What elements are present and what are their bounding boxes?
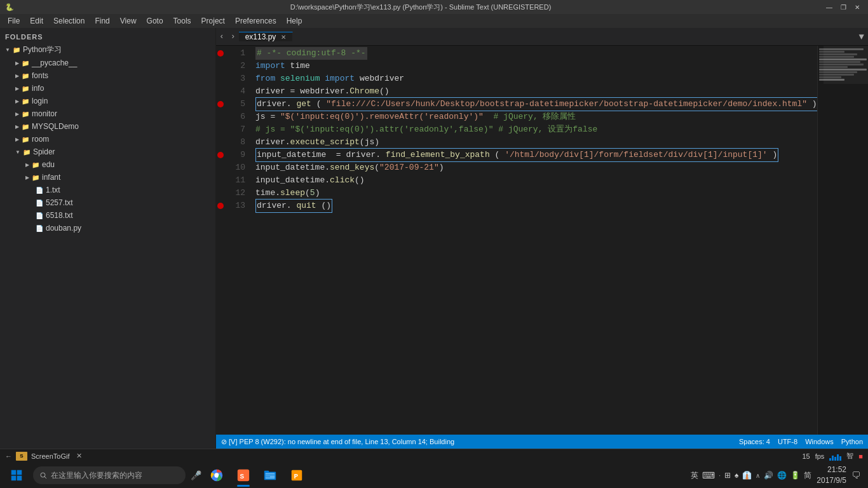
tray-icon-stop[interactable]: ■ xyxy=(858,452,863,460)
screentogif-back-icon[interactable]: ← xyxy=(5,452,12,460)
breakpoint-7[interactable] xyxy=(216,123,225,136)
tray-network-icon[interactable]: 🌐 xyxy=(777,471,787,480)
sidebar-item-doubanpy[interactable]: 📄 douban.py xyxy=(0,222,215,234)
taskbar-explorer[interactable] xyxy=(257,463,283,488)
sidebar-item-spider[interactable]: ▼ 📁 Spider xyxy=(0,146,215,158)
tab-close-icon[interactable]: ✕ xyxy=(281,34,286,41)
language-indicator[interactable]: Python xyxy=(841,438,863,445)
taskbar-chrome[interactable] xyxy=(204,463,229,488)
folder-icon: 📁 xyxy=(20,96,31,106)
clock[interactable]: 21:52 2017/9/5 xyxy=(817,464,846,486)
screentogif-close-icon[interactable]: ✕ xyxy=(76,452,82,460)
tray-battery-icon[interactable]: 🔋 xyxy=(790,471,800,480)
tray-icon-zh[interactable]: 智 xyxy=(846,451,853,461)
code-line-2[interactable]: import time xyxy=(255,60,817,72)
tray-spade-icon[interactable]: ♠ xyxy=(735,471,738,480)
sidebar-item-room[interactable]: ▶ 📁 room xyxy=(0,133,215,146)
tray-volume-icon[interactable]: 🔊 xyxy=(764,471,773,480)
nav-left-button[interactable]: ‹ xyxy=(216,32,227,41)
tab-panel-toggle[interactable]: ▼ xyxy=(855,32,868,42)
sidebar-item-1txt[interactable]: 📄 1.txt xyxy=(0,184,215,196)
arrow-icon: ▶ xyxy=(25,175,29,180)
code-text: js xyxy=(255,111,266,123)
tray-grid-icon[interactable]: ⊞ xyxy=(724,471,731,480)
notification-icon[interactable]: 🗨 xyxy=(851,470,860,480)
maximize-button[interactable]: ❐ xyxy=(837,2,849,12)
code-line-5[interactable]: driver. get ( "file:///C:/Users/hunk/Des… xyxy=(255,98,817,111)
spaces-indicator[interactable]: Spaces: 4 xyxy=(739,438,770,445)
mic-icon[interactable]: 🎤 xyxy=(191,470,201,481)
menu-help[interactable]: Help xyxy=(281,14,308,28)
minimize-button[interactable]: — xyxy=(824,2,835,12)
breakpoint-10[interactable] xyxy=(216,161,225,174)
chrome-icon xyxy=(210,468,224,482)
nav-right-button[interactable]: › xyxy=(227,32,239,41)
breakpoint-4[interactable] xyxy=(216,85,225,98)
line-num-6: 6 xyxy=(227,111,245,123)
menu-edit[interactable]: Edit xyxy=(25,14,48,28)
menu-find[interactable]: Find xyxy=(90,14,114,28)
sidebar-item-6518txt[interactable]: 📄 6518.txt xyxy=(0,209,215,222)
sidebar-item-infant[interactable]: ▶ 📁 infant xyxy=(0,171,215,184)
breakpoint-3[interactable] xyxy=(216,72,225,85)
close-button[interactable]: ✕ xyxy=(851,2,863,12)
breakpoint-9[interactable] xyxy=(216,149,225,161)
sidebar-item-5257txt[interactable]: 📄 5257.txt xyxy=(0,196,215,209)
menu-preferences[interactable]: Preferences xyxy=(230,14,281,28)
start-button[interactable] xyxy=(3,463,31,488)
sidebar-item-login[interactable]: ▶ 📁 login xyxy=(0,95,215,107)
code-line-6[interactable]: js = "$('input:eq(0)').removeAttr('reado… xyxy=(255,111,817,123)
menu-goto[interactable]: Goto xyxy=(142,14,168,28)
code-text: () xyxy=(379,85,390,98)
breakpoint-12[interactable] xyxy=(216,187,225,200)
tray-shirt-icon[interactable]: 👔 xyxy=(742,471,752,480)
code-line-13[interactable]: driver. quit () xyxy=(255,200,817,212)
breakpoint-2[interactable] xyxy=(216,60,225,72)
menu-tools[interactable]: Tools xyxy=(168,14,196,28)
code-text: ( xyxy=(305,187,310,200)
code-line-10[interactable]: input_datetime. send_keys ( "2017-09-21"… xyxy=(255,161,817,174)
tray-ime-cn[interactable]: 简 xyxy=(804,470,811,481)
sidebar-item-monitor[interactable]: ▶ 📁 monitor xyxy=(0,107,215,120)
code-editor[interactable]: 1 2 3 4 5 6 7 8 9 10 11 12 13 xyxy=(216,46,868,435)
tray-input-icon[interactable]: ⌨ xyxy=(702,470,715,480)
breakpoint-6[interactable] xyxy=(216,111,225,123)
menu-selection[interactable]: Selection xyxy=(48,14,90,28)
code-line-4[interactable]: driver = webdriver. Chrome () xyxy=(255,85,817,98)
code-text: from xyxy=(255,72,275,85)
code-text: click xyxy=(330,174,355,187)
menu-file[interactable]: File xyxy=(3,14,25,28)
windows-logo-icon xyxy=(11,470,22,481)
breakpoint-5[interactable] xyxy=(216,98,225,111)
sidebar-item-python-root[interactable]: ▼ 📁 Python学习 xyxy=(0,43,215,57)
breakpoint-8[interactable] xyxy=(216,136,225,149)
code-line-9[interactable]: input_datetime = driver. find_element_by… xyxy=(255,149,817,161)
taskbar-sublime[interactable]: S xyxy=(231,463,256,488)
taskbar-app4[interactable]: P xyxy=(284,463,309,488)
code-text: # js = "$('input:eq(0)').attr('readonly'… xyxy=(255,123,597,136)
code-line-11[interactable]: input_datetime. click () xyxy=(255,174,817,187)
menu-project[interactable]: Project xyxy=(196,14,230,28)
breakpoint-1[interactable] xyxy=(216,47,225,60)
code-line-3[interactable]: from selenium import webdriver xyxy=(255,72,817,85)
tray-expand-icon[interactable]: ∧ xyxy=(756,472,760,479)
sidebar-item-mysqldemo[interactable]: ▶ 📁 MYSQLDemo xyxy=(0,120,215,133)
code-line-8[interactable]: driver. execute_script (js) xyxy=(255,136,817,149)
sidebar-item-info[interactable]: ▶ 📁 info xyxy=(0,82,215,95)
sidebar-item-pycache[interactable]: ▶ 📁 __pycache__ xyxy=(0,57,215,69)
tab-ex113[interactable]: ex113.py ✕ xyxy=(239,32,294,41)
code-line-1[interactable]: # -*- coding:utf-8 -*- xyxy=(255,47,817,60)
code-line-7[interactable]: # js = "$('input:eq(0)').attr('readonly'… xyxy=(255,123,817,136)
taskbar-search[interactable]: 在这里输入你要搜索的内容 xyxy=(33,466,186,484)
breakpoint-13[interactable] xyxy=(216,200,225,212)
code-text: input_datetime = driver. find_element_by… xyxy=(255,148,778,162)
breakpoint-11[interactable] xyxy=(216,174,225,187)
tray-icons: 英 ⌨ · ⊞ ♠ 👔 ∧ 🔊 🌐 🔋 简 xyxy=(691,470,811,481)
code-lines[interactable]: # -*- coding:utf-8 -*- import time from xyxy=(250,46,817,435)
menu-view[interactable]: View xyxy=(115,14,142,28)
code-line-12[interactable]: time. sleep ( 5 ) xyxy=(255,187,817,200)
sidebar-item-edu[interactable]: ▶ 📁 edu xyxy=(0,158,215,171)
sidebar-item-label: Spider xyxy=(33,147,55,156)
tray-ime-en[interactable]: 英 xyxy=(691,470,698,481)
sidebar-item-fonts[interactable]: ▶ 📁 fonts xyxy=(0,69,215,82)
